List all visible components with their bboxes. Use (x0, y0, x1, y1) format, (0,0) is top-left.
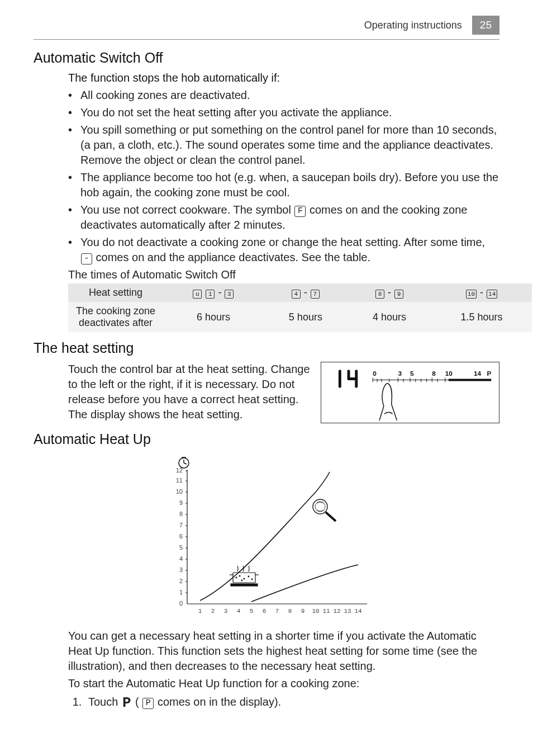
pot-icon (230, 566, 259, 586)
svg-text:3: 3 (224, 608, 228, 615)
table-cell: 5 hours (264, 302, 348, 332)
svg-text:5: 5 (179, 544, 183, 551)
seg-icon: 8 (375, 290, 384, 299)
auto-heat-graph: 0 1 2 3 4 5 6 7 8 9 10 11 12 (155, 453, 378, 621)
svg-text:1: 1 (198, 608, 202, 615)
svg-text:7: 7 (179, 522, 183, 528)
heat-setting-text: Touch the control bar at the heat settin… (68, 362, 311, 423)
svg-text:13: 13 (344, 608, 351, 615)
svg-point-71 (248, 576, 249, 577)
scale-label: 14 (474, 370, 482, 377)
scale-label: 8 (432, 370, 436, 377)
finger-icon (379, 383, 397, 420)
auto-heat-up-para1: You can get a necessary heat setting in … (68, 629, 499, 674)
section-auto-switch-off-title: Automatic Switch Off (34, 50, 499, 66)
svg-text:2: 2 (179, 578, 183, 584)
text-fragment: You do not deactivate a cooking zone or … (80, 236, 485, 248)
table-cell: 1.5 hours (431, 302, 532, 332)
svg-text:9: 9 (301, 608, 305, 615)
display-14-icon (340, 371, 356, 386)
list-item: You use not correct cookware. The symbol… (68, 202, 499, 233)
svg-text:3: 3 (179, 566, 183, 573)
seg-icon: 10 (466, 290, 477, 299)
svg-point-73 (241, 580, 242, 581)
svg-text:11: 11 (176, 477, 183, 484)
svg-text:12: 12 (176, 467, 183, 474)
seg-icon: 4 (292, 290, 301, 299)
svg-point-68 (236, 577, 237, 578)
scale-label: 0 (373, 370, 377, 377)
auto-heat-up-para2: To start the Automatic Heat Up function … (68, 676, 499, 691)
range-dash: - (388, 287, 391, 298)
svg-text:10: 10 (176, 488, 183, 495)
range-dash: - (304, 287, 307, 298)
display-symbol-P-small: P (142, 698, 154, 709)
list-item: All cooking zones are deactivated. (68, 88, 499, 103)
text-fragment: ( (132, 696, 142, 708)
auto-switch-off-intro: The function stops the hob automatically… (68, 72, 499, 84)
svg-text:8: 8 (288, 608, 292, 615)
text-fragment: You use not correct cookware. The symbol (80, 204, 294, 216)
svg-text:10: 10 (312, 608, 319, 615)
svg-point-69 (239, 575, 240, 577)
list-item: You spill something or put something on … (68, 122, 499, 168)
svg-rect-67 (231, 584, 258, 586)
svg-line-21 (184, 463, 187, 464)
text-fragment: Touch (88, 696, 121, 708)
display-symbol-P: P (122, 693, 131, 713)
seg-icon: 9 (394, 290, 403, 299)
svg-point-72 (251, 579, 253, 580)
scale-label: P (487, 370, 491, 377)
seg-icon: u (193, 290, 202, 299)
page-header: Operating instructions 25 (34, 0, 499, 40)
svg-text:7: 7 (275, 608, 279, 615)
section-heat-setting-title: The heat setting (34, 340, 499, 356)
range-dash: - (480, 287, 483, 298)
list-item: You do not set the heat setting after yo… (68, 105, 499, 120)
svg-text:4: 4 (237, 608, 241, 615)
switch-off-table: Heat setting u 1 - 3 4 - 7 8 - 9 10 - 14 (68, 284, 532, 332)
svg-line-76 (326, 512, 336, 521)
scale-label: 3 (398, 370, 402, 377)
seg-icon: 3 (225, 290, 234, 299)
header-section-title: Operating instructions (364, 20, 462, 31)
svg-text:14: 14 (354, 608, 362, 615)
svg-text:8: 8 (179, 511, 183, 517)
display-symbol-dash: - (81, 253, 92, 264)
svg-point-70 (244, 578, 245, 579)
svg-text:5: 5 (250, 608, 254, 615)
seg-icon: 1 (206, 290, 215, 299)
svg-text:6: 6 (263, 608, 266, 615)
svg-text:4: 4 (179, 555, 183, 562)
table-row: The cooking zone deactivates after 6 hou… (68, 302, 532, 332)
magnifier-icon (313, 499, 336, 521)
heat-curve-2 (251, 565, 358, 602)
svg-text:9: 9 (179, 499, 183, 506)
auto-heat-graph-wrap: 0 1 2 3 4 5 6 7 8 9 10 11 12 (34, 453, 499, 621)
table-row-header: Heat setting u 1 - 3 4 - 7 8 - 9 10 - 14 (68, 284, 532, 302)
scale-label: 10 (445, 370, 453, 377)
list-item: The appliance become too hot (e.g. when,… (68, 170, 499, 200)
page-content: Automatic Switch Off The function stops … (0, 50, 533, 713)
svg-text:1: 1 (179, 589, 183, 596)
svg-text:11: 11 (322, 608, 330, 615)
seg-icon: 7 (311, 290, 320, 299)
table-cell: The cooking zone deactivates after (68, 302, 163, 332)
scale-label: 5 (410, 370, 414, 377)
heat-curve-1 (200, 472, 330, 601)
page-number: 25 (472, 16, 499, 35)
heat-setting-diagram: 0 3 5 8 10 14 P (321, 362, 499, 423)
heat-setting-row: Touch the control bar at the heat settin… (68, 362, 499, 423)
text-fragment: comes on and the appliance deactivates. … (93, 251, 370, 263)
table-header-cell: Heat setting (68, 284, 163, 302)
table-header-cell: u 1 - 3 (163, 284, 264, 302)
auto-heat-up-steps: Touch P ( P comes on in the display). (85, 693, 499, 713)
svg-text:0: 0 (179, 600, 183, 607)
auto-switch-off-list: All cooking zones are deactivated. You d… (68, 88, 499, 265)
table-header-cell: 8 - 9 (348, 284, 431, 302)
table-header-cell: 4 - 7 (264, 284, 348, 302)
svg-text:12: 12 (333, 608, 340, 615)
list-item: You do not deactivate a cooking zone or … (68, 235, 499, 265)
list-item: Touch P ( P comes on in the display). (85, 693, 499, 713)
section-auto-heat-up-title: Automatic Heat Up (34, 431, 499, 447)
